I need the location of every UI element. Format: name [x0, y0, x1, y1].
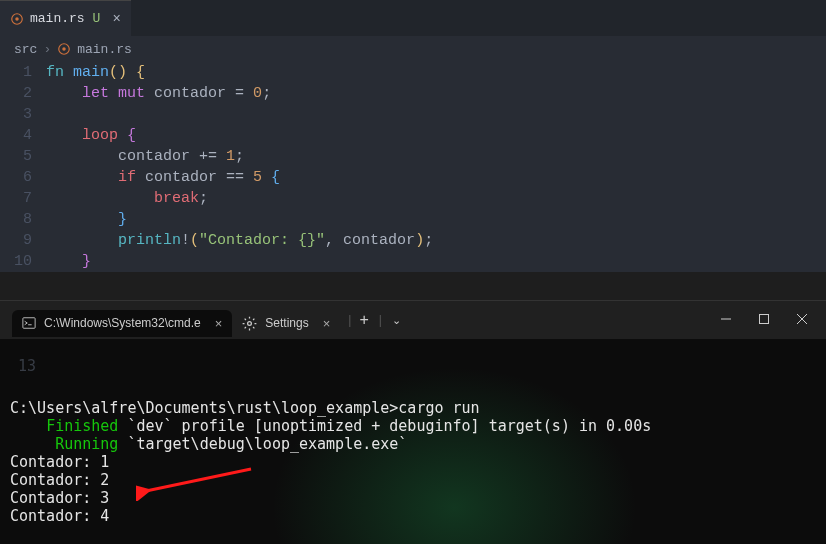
terminal-titlebar: C:\Windows\System32\cmd.e × Settings × |… [0, 301, 826, 339]
chevron-down-icon[interactable]: ⌄ [392, 314, 401, 327]
terminal-tab-cmd[interactable]: C:\Windows\System32\cmd.e × [12, 310, 232, 337]
editor-tab-bar: main.rs U × [0, 0, 826, 36]
svg-point-5 [248, 321, 252, 325]
new-tab-button[interactable]: + [359, 311, 368, 329]
terminal-output-line: Contador: 3 [10, 489, 109, 507]
terminal-output-line: Contador: 1 [10, 453, 109, 471]
breadcrumb[interactable]: src › main.rs [0, 36, 826, 62]
gear-icon [242, 316, 257, 331]
terminal-running-rest: `target\debug\loop_example.exe` [118, 435, 407, 453]
terminal-finished-rest: `dev` profile [unoptimized + debuginfo] … [118, 417, 651, 435]
terminal-output-line: Contador: 2 [10, 471, 109, 489]
minimize-button[interactable] [720, 313, 732, 328]
close-button[interactable] [796, 313, 808, 328]
terminal-tab-label: C:\Windows\System32\cmd.e [44, 316, 201, 330]
svg-rect-6 [760, 314, 769, 323]
line-number: 2 [0, 83, 32, 104]
line-number: 9 [0, 230, 32, 251]
cmd-icon [22, 316, 36, 330]
terminal-command: cargo run [398, 399, 479, 417]
terminal-tab-label: Settings [265, 316, 308, 330]
rust-icon [10, 12, 24, 26]
terminal-output[interactable]: 13 C:\Users\alfre\Documents\rust\loop_ex… [0, 339, 826, 535]
line-number: 3 [0, 104, 32, 125]
chevron-right-icon: › [43, 42, 51, 57]
line-number: 7 [0, 188, 32, 209]
terminal-output-line: Contador: 4 [10, 507, 109, 525]
svg-point-1 [15, 17, 19, 21]
line-number: 4 [0, 125, 32, 146]
separator: | [348, 313, 351, 327]
line-number: 1 [0, 62, 32, 83]
line-number: 6 [0, 167, 32, 188]
svg-point-3 [62, 47, 66, 51]
line-gutter: 1 2 3 4 5 6 7 8 9 10 [0, 62, 46, 272]
line-number: 5 [0, 146, 32, 167]
tab-modified-marker: U [93, 11, 101, 26]
terminal-tabs: C:\Windows\System32\cmd.e × Settings × |… [12, 304, 401, 337]
line-number: 10 [0, 251, 32, 272]
terminal-running-label: Running [55, 435, 118, 453]
breadcrumb-folder: src [14, 42, 37, 57]
terminal-finished-label: Finished [46, 417, 118, 435]
rust-icon [57, 42, 71, 56]
window-controls [720, 313, 814, 328]
separator: | [379, 313, 382, 327]
breadcrumb-file: main.rs [77, 42, 132, 57]
maximize-button[interactable] [758, 313, 770, 328]
line-number: 8 [0, 209, 32, 230]
terminal-prompt: C:\Users\alfre\Documents\rust\loop_examp… [10, 399, 398, 417]
close-icon[interactable]: × [215, 316, 223, 331]
close-icon[interactable]: × [112, 11, 120, 27]
editor-tab-main-rs[interactable]: main.rs U × [0, 0, 131, 36]
code-content[interactable]: fn main() { let mut contador = 0; loop {… [46, 62, 433, 272]
ghost-line-number: 13 [18, 357, 36, 375]
terminal-tab-settings[interactable]: Settings × [232, 310, 340, 337]
tab-filename: main.rs [30, 11, 85, 26]
close-icon[interactable]: × [323, 316, 331, 331]
code-editor[interactable]: 1 2 3 4 5 6 7 8 9 10 fn main() { let mut… [0, 62, 826, 272]
terminal-panel: C:\Windows\System32\cmd.e × Settings × |… [0, 300, 826, 544]
svg-rect-4 [23, 318, 35, 329]
